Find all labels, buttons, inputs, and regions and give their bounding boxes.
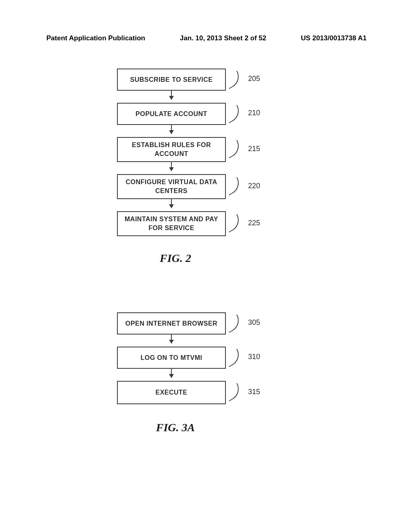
lead-curve bbox=[223, 71, 243, 89]
lead-curve bbox=[223, 314, 243, 333]
page-header: Patent Application Publication Jan. 10, … bbox=[0, 34, 413, 42]
flow-arrow-icon bbox=[171, 335, 172, 343]
flow-step-label: CONFIGURE VIRTUAL DATA CENTERS bbox=[121, 178, 222, 195]
ref-205: 205 bbox=[248, 75, 260, 83]
header-publication: Patent Application Publication bbox=[46, 34, 145, 42]
header-sheet: Jan. 10, 2013 Sheet 2 of 52 bbox=[180, 34, 267, 42]
flow-arrow-icon bbox=[171, 162, 172, 171]
flow-step-215: ESTABLISH RULES FOR ACCOUNT bbox=[117, 137, 226, 162]
lead-curve bbox=[223, 140, 243, 158]
flow-step-label: EXECUTE bbox=[155, 388, 187, 397]
figure-2-label: FIG. 2 bbox=[135, 252, 216, 265]
flow-step-205: SUBSCRIBE TO SERVICE bbox=[117, 69, 226, 91]
flow-step-label: POPULATE ACCOUNT bbox=[136, 110, 207, 118]
ref-210: 210 bbox=[248, 109, 260, 117]
ref-315: 315 bbox=[248, 388, 260, 396]
ref-225: 225 bbox=[248, 219, 260, 227]
flow-arrow-icon bbox=[171, 91, 172, 100]
lead-curve bbox=[223, 349, 243, 367]
flow-step-305: OPEN INTERNET BROWSER bbox=[117, 312, 226, 335]
flow-step-315: EXECUTE bbox=[117, 381, 226, 404]
lead-curve bbox=[223, 383, 243, 401]
flow-step-220: CONFIGURE VIRTUAL DATA CENTERS bbox=[117, 174, 226, 199]
flow-step-310: LOG ON TO MTVMI bbox=[117, 347, 226, 369]
lead-curve bbox=[223, 214, 243, 233]
flow-step-225: MAINTAIN SYSTEM AND PAY FOR SERVICE bbox=[117, 211, 226, 236]
flow-step-label: ESTABLISH RULES FOR ACCOUNT bbox=[121, 141, 222, 158]
flow-arrow-icon bbox=[171, 369, 172, 378]
flow-step-label: LOG ON TO MTVMI bbox=[141, 353, 202, 362]
lead-curve bbox=[223, 105, 243, 123]
flow-arrow-icon bbox=[171, 125, 172, 134]
header-pubnum: US 2013/0013738 A1 bbox=[301, 34, 367, 42]
flow-arrow-icon bbox=[171, 199, 172, 208]
ref-220: 220 bbox=[248, 182, 260, 190]
ref-310: 310 bbox=[248, 353, 260, 361]
ref-305: 305 bbox=[248, 318, 260, 327]
flow-step-210: POPULATE ACCOUNT bbox=[117, 103, 226, 125]
lead-curve bbox=[223, 177, 243, 195]
flow-step-label: SUBSCRIBE TO SERVICE bbox=[130, 75, 213, 84]
figure-3a-label: FIG. 3A bbox=[135, 421, 216, 434]
flow-step-label: OPEN INTERNET BROWSER bbox=[125, 319, 217, 328]
flow-step-label: MAINTAIN SYSTEM AND PAY FOR SERVICE bbox=[121, 215, 222, 232]
ref-215: 215 bbox=[248, 145, 260, 153]
